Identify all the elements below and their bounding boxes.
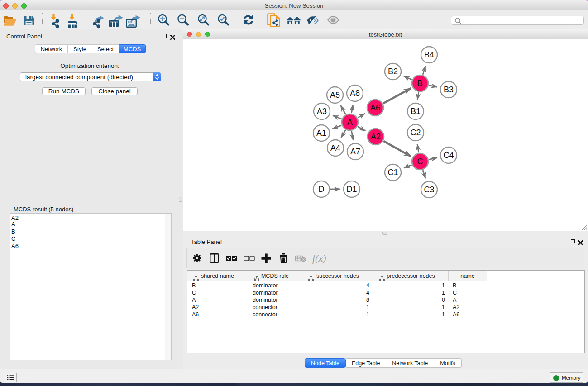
svg-text:C2: C2 [410, 128, 421, 137]
svg-text:C: C [417, 157, 423, 166]
svg-text:A8: A8 [350, 89, 360, 98]
svg-text:B3: B3 [444, 85, 454, 94]
svg-text:C3: C3 [424, 185, 434, 194]
svg-text:A6: A6 [370, 103, 380, 112]
svg-text:C1: C1 [387, 168, 398, 177]
svg-text:B1: B1 [411, 107, 421, 116]
svg-text:C4: C4 [443, 151, 454, 160]
svg-text:B4: B4 [424, 50, 434, 59]
svg-text:A4: A4 [330, 143, 340, 152]
svg-text:A7: A7 [350, 147, 360, 156]
svg-text:A5: A5 [330, 91, 340, 100]
svg-text:D1: D1 [346, 185, 357, 194]
svg-text:A: A [347, 118, 353, 127]
svg-text:D: D [319, 185, 325, 194]
svg-text:A1: A1 [316, 129, 326, 138]
svg-text:B2: B2 [388, 67, 398, 76]
svg-text:A3: A3 [317, 107, 327, 116]
svg-text:B: B [417, 79, 423, 88]
svg-text:A2: A2 [371, 132, 381, 141]
